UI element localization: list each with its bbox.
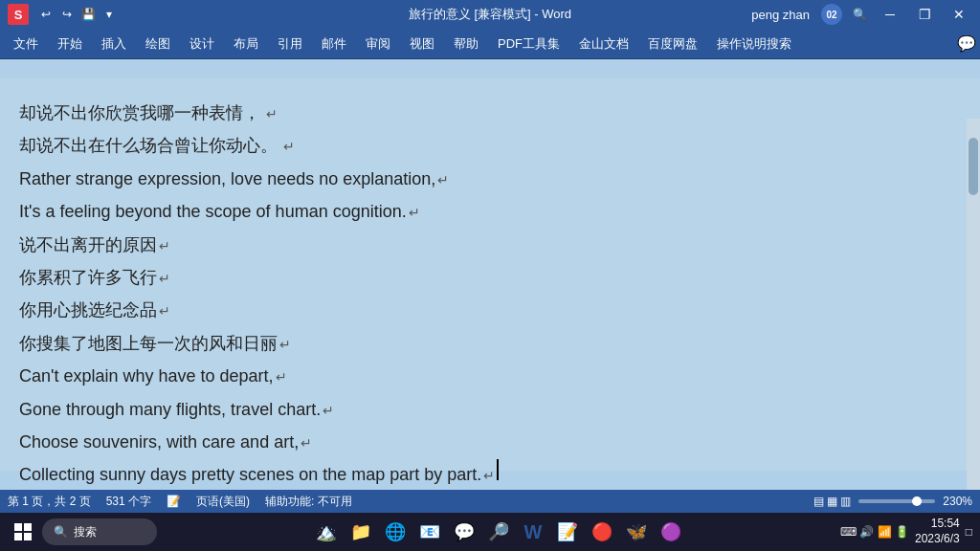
doc-line-1: 却说不出你欣赏我哪一种表情， ↵ xyxy=(19,98,923,128)
save-button[interactable]: 💾 xyxy=(78,5,98,24)
taskbar-system-tray: ⌨ 🔊 📶 🔋 15:54 2023/6/3 □ xyxy=(840,517,972,546)
windows-start-button[interactable] xyxy=(8,517,38,547)
menu-layout[interactable]: 布局 xyxy=(224,29,268,58)
menu-bar: 文件 开始 插入 绘图 设计 布局 引用 邮件 审阅 视图 帮助 PDF工具集 … xyxy=(0,29,980,59)
accessibility-status: 辅助功能: 不可用 xyxy=(265,494,352,510)
doc-line-10: Gone through many flights, travel chart.… xyxy=(19,394,923,425)
menu-pdf[interactable]: PDF工具集 xyxy=(488,29,569,58)
doc-line-5: 说不出离开的原因↵ xyxy=(19,230,923,260)
menu-mail[interactable]: 邮件 xyxy=(312,29,356,58)
language-label: 页语(美国) xyxy=(196,494,250,510)
svg-rect-0 xyxy=(14,523,22,531)
status-bar: 第 1 页，共 2 页 531 个字 📝 页语(美国) 辅助功能: 不可用 ▤ … xyxy=(0,490,980,513)
taskbar-app-bing[interactable]: 🔎 xyxy=(483,517,514,547)
text-cursor xyxy=(497,459,499,480)
taskbar-app-teams[interactable]: 💬 xyxy=(449,517,479,547)
minimize-button[interactable]: ─ xyxy=(877,5,903,24)
search-icon[interactable]: 🔍 xyxy=(850,5,869,24)
doc-line-3: Rather strange expression, love needs no… xyxy=(19,164,923,194)
taskbar-app-unknown2[interactable]: 📧 xyxy=(414,517,445,547)
notification-icon[interactable]: □ xyxy=(966,525,972,539)
undo-button[interactable]: ↩ xyxy=(36,5,56,24)
taskbar-tray-icons: ⌨ 🔊 📶 🔋 xyxy=(840,525,909,539)
doc-line-6: 你累积了许多飞行↵ xyxy=(19,262,923,293)
doc-line-9: Can't explain why have to depart,↵ xyxy=(19,361,923,391)
username-label: peng zhan xyxy=(751,8,810,22)
menu-draw[interactable]: 绘图 xyxy=(136,29,180,58)
menu-home[interactable]: 开始 xyxy=(48,29,92,58)
taskbar-app-unknown6[interactable]: 🟣 xyxy=(656,517,686,547)
document-content[interactable]: 却说不出你欣赏我哪一种表情， ↵ 却说不出在什么场合曾让你动心。 ↵ Rathe… xyxy=(0,78,980,471)
titlebar-right: peng zhan 02 🔍 ─ ❐ ✕ xyxy=(751,4,972,25)
comment-icon: 💬 xyxy=(957,34,976,54)
menu-references[interactable]: 引用 xyxy=(268,29,312,58)
menu-design[interactable]: 设计 xyxy=(180,29,224,58)
svg-rect-3 xyxy=(24,533,32,540)
menu-view[interactable]: 视图 xyxy=(400,29,444,58)
taskbar-app-unknown3[interactable]: 📝 xyxy=(552,517,583,547)
svg-rect-1 xyxy=(24,523,32,531)
menu-kingsoft[interactable]: 金山文档 xyxy=(569,29,638,58)
system-clock: 15:54 2023/6/3 xyxy=(915,517,960,546)
doc-line-11: Choose souvenirs, with care and art,↵ xyxy=(19,427,923,457)
menu-insert[interactable]: 插入 xyxy=(92,29,136,58)
doc-line-12: Collecting sunny days pretty scenes on t… xyxy=(19,459,923,490)
user-avatar[interactable]: 02 xyxy=(821,4,842,25)
taskbar-app-word[interactable]: W xyxy=(518,517,548,547)
menu-baidu[interactable]: 百度网盘 xyxy=(638,29,707,58)
status-right: ▤ ▦ ▥ 230% xyxy=(813,495,972,508)
menu-help[interactable]: 帮助 xyxy=(444,29,488,58)
zoom-level: 230% xyxy=(943,495,972,508)
zoom-thumb[interactable] xyxy=(912,496,922,506)
menu-file[interactable]: 文件 xyxy=(4,29,48,58)
menu-review[interactable]: 审阅 xyxy=(356,29,400,58)
scroll-thumb[interactable] xyxy=(969,138,978,195)
menu-search[interactable]: 操作说明搜索 xyxy=(707,29,801,58)
comments-button[interactable]: 💬 xyxy=(957,34,976,54)
titlebar-left: S ↩ ↪ 💾 ▾ xyxy=(8,4,119,25)
taskbar-app-unknown1[interactable]: 🏔️ xyxy=(311,517,342,547)
taskbar-search[interactable]: 🔍 搜索 xyxy=(42,518,157,545)
scrollbar[interactable] xyxy=(967,119,980,490)
taskbar-app-unknown4[interactable]: 🔴 xyxy=(587,517,617,547)
redo-button[interactable]: ↪ xyxy=(57,5,77,24)
taskbar: 🔍 搜索 🏔️ 📁 🌐 📧 💬 🔎 W 📝 🔴 🦋 🟣 ⌨ 🔊 📶 🔋 15:5… xyxy=(0,513,980,551)
language-info: 📝 xyxy=(167,495,181,508)
word-count: 531 个字 xyxy=(106,494,151,510)
taskbar-app-files[interactable]: 📁 xyxy=(345,517,376,547)
doc-line-2: 却说不出在什么场合曾让你动心。 ↵ xyxy=(19,130,923,161)
document-area[interactable]: 却说不出你欣赏我哪一种表情， ↵ 却说不出在什么场合曾让你动心。 ↵ Rathe… xyxy=(0,59,980,490)
document-title: 旅行的意义 [兼容模式] - Word xyxy=(409,6,571,23)
qa-extra[interactable]: ▾ xyxy=(100,5,119,24)
doc-line-8: 你搜集了地图上每一次的风和日丽↵ xyxy=(19,328,923,359)
title-bar: S ↩ ↪ 💾 ▾ 旅行的意义 [兼容模式] - Word peng zhan … xyxy=(0,0,980,29)
doc-line-4: It's a feeling beyond the scope of human… xyxy=(19,196,923,227)
close-button[interactable]: ✕ xyxy=(946,5,972,24)
page-info: 第 1 页，共 2 页 xyxy=(8,494,91,510)
restore-button[interactable]: ❐ xyxy=(911,5,938,24)
zoom-slider[interactable] xyxy=(858,499,935,503)
view-icons: ▤ ▦ ▥ xyxy=(813,495,852,508)
taskbar-app-unknown5[interactable]: 🦋 xyxy=(621,517,652,547)
app-logo: S xyxy=(8,4,29,25)
taskbar-search-icon: 🔍 xyxy=(54,525,68,539)
taskbar-app-edge[interactable]: 🌐 xyxy=(380,517,411,547)
doc-line-7: 你用心挑选纪念品↵ xyxy=(19,295,923,325)
svg-rect-2 xyxy=(14,533,22,540)
taskbar-apps: 🏔️ 📁 🌐 📧 💬 🔎 W 📝 🔴 🦋 🟣 xyxy=(311,517,686,547)
quick-access-toolbar: ↩ ↪ 💾 ▾ xyxy=(36,5,119,24)
